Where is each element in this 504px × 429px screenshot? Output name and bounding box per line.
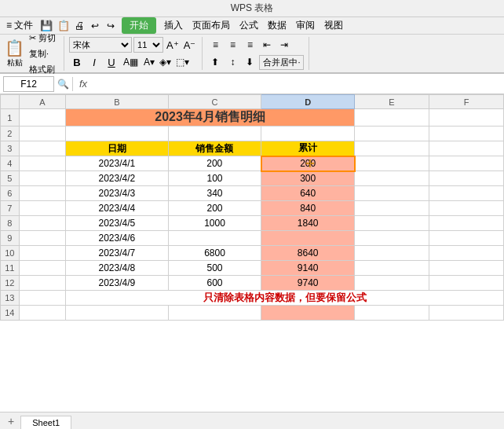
row-num-14[interactable]: 14 — [1, 306, 20, 321]
menu-data[interactable]: 数据 — [263, 17, 291, 34]
col-header-b[interactable]: B — [66, 95, 169, 109]
cell-d3[interactable]: 累计 — [261, 141, 355, 156]
col-header-e[interactable]: E — [355, 95, 429, 109]
cell-c8[interactable]: 1000 — [168, 216, 261, 231]
cell-c9[interactable] — [168, 231, 261, 246]
cell-c5[interactable]: 100 — [168, 171, 261, 186]
row-num-1[interactable]: 1 — [1, 109, 20, 126]
sheet-tab-add[interactable]: + — [3, 413, 19, 429]
indent-decrease-icon[interactable]: ⇤ — [259, 37, 275, 53]
menu-insert[interactable]: 插入 — [159, 17, 188, 34]
cell-e7[interactable] — [355, 201, 429, 216]
cell-b8[interactable]: 2023/4/5 — [66, 216, 169, 231]
align-right-icon[interactable]: ≡ — [242, 37, 257, 53]
row-num-4[interactable]: 4 — [1, 156, 20, 171]
cell-d10[interactable]: 8640 — [261, 246, 355, 261]
cell-f5[interactable] — [429, 171, 504, 186]
cell-b13[interactable]: 只清除表格内容数据，但要保留公式 — [66, 291, 504, 306]
cell-b6[interactable]: 2023/4/3 — [66, 186, 169, 201]
cell-b10[interactable]: 2023/4/7 — [66, 246, 169, 261]
cell-e10[interactable] — [355, 246, 429, 261]
cell-d6[interactable]: 640 — [261, 186, 355, 201]
font-border-icon[interactable]: A▦ — [121, 56, 141, 68]
cell-c3[interactable]: 销售金额 — [168, 141, 261, 156]
cell-d2[interactable] — [261, 126, 355, 141]
sheet-tab-1[interactable]: Sheet1 — [20, 416, 71, 429]
border-icon[interactable]: ⬚▾ — [174, 57, 191, 68]
cell-c4[interactable]: 200 — [168, 156, 261, 171]
cell-b7[interactable]: 2023/4/4 — [66, 201, 169, 216]
cell-b12[interactable]: 2023/4/9 — [66, 276, 169, 291]
menu-view[interactable]: 视图 — [320, 17, 348, 34]
cell-b3[interactable]: 日期 — [66, 141, 169, 156]
cell-d12[interactable]: 9740 — [261, 276, 355, 291]
toolbar-print[interactable]: 🖨 — [72, 18, 87, 33]
paste-label[interactable]: 粘贴 — [7, 57, 23, 68]
cell-e4[interactable] — [355, 156, 429, 171]
cell-c6[interactable]: 340 — [168, 186, 261, 201]
cell-b9[interactable]: 2023/4/6 — [66, 231, 169, 246]
cell-a2[interactable] — [19, 126, 65, 141]
cell-f4[interactable] — [429, 156, 504, 171]
menu-review[interactable]: 审阅 — [291, 17, 320, 34]
cell-a9[interactable] — [19, 231, 65, 246]
merge-center-button[interactable]: 合并居中· — [259, 55, 304, 70]
valign-bot-icon[interactable]: ⬇ — [242, 54, 257, 70]
cell-e12[interactable] — [355, 276, 429, 291]
cell-f6[interactable] — [429, 186, 504, 201]
align-center-icon[interactable]: ≡ — [225, 37, 240, 53]
indent-increase-icon[interactable]: ⇥ — [276, 37, 292, 53]
cell-c7[interactable]: 200 — [168, 201, 261, 216]
cell-e2[interactable] — [355, 126, 429, 141]
start-btn[interactable]: 开始 — [122, 17, 156, 34]
cell-f9[interactable] — [429, 231, 504, 246]
cell-f1[interactable] — [429, 109, 504, 126]
toolbar-redo[interactable]: ↪ — [103, 19, 119, 33]
cell-d5[interactable]: 300 — [261, 171, 355, 186]
cell-f12[interactable] — [429, 276, 504, 291]
cell-a3[interactable] — [19, 141, 65, 156]
cell-f14[interactable] — [429, 306, 504, 321]
cell-e8[interactable] — [355, 216, 429, 231]
cell-f11[interactable] — [429, 261, 504, 276]
font-name-select[interactable]: 宋体 — [69, 37, 132, 53]
cell-c11[interactable]: 500 — [168, 261, 261, 276]
cell-f10[interactable] — [429, 246, 504, 261]
row-num-9[interactable]: 9 — [1, 231, 20, 246]
cell-d7[interactable]: 840 — [261, 201, 355, 216]
row-num-6[interactable]: 6 — [1, 186, 20, 201]
italic-button[interactable]: I — [86, 54, 102, 70]
cell-e6[interactable] — [355, 186, 429, 201]
cell-b2[interactable] — [66, 126, 169, 141]
col-header-d[interactable]: D — [261, 95, 355, 109]
cell-f8[interactable] — [429, 216, 504, 231]
row-num-7[interactable]: 7 — [1, 201, 20, 216]
cell-d8[interactable]: 1840 — [261, 216, 355, 231]
underline-button[interactable]: U — [104, 54, 119, 70]
align-left-icon[interactable]: ≡ — [207, 37, 223, 53]
cell-a10[interactable] — [19, 246, 65, 261]
cell-c14[interactable] — [168, 306, 261, 321]
cell-a13[interactable] — [19, 291, 65, 306]
cell-e9[interactable] — [355, 231, 429, 246]
cell-a1[interactable] — [19, 109, 65, 126]
row-num-8[interactable]: 8 — [1, 216, 20, 231]
cell-reference[interactable] — [3, 76, 54, 92]
formula-input[interactable] — [93, 76, 501, 92]
font-grow-icon[interactable]: A⁺ — [165, 39, 181, 51]
menu-formula[interactable]: 公式 — [235, 17, 263, 34]
cell-e14[interactable] — [355, 306, 429, 321]
valign-top-icon[interactable]: ⬆ — [207, 54, 223, 70]
cell-b11[interactable]: 2023/4/8 — [66, 261, 169, 276]
valign-mid-icon[interactable]: ↕ — [225, 54, 240, 70]
cell-e1[interactable] — [355, 109, 429, 126]
cell-e11[interactable] — [355, 261, 429, 276]
cell-a14[interactable] — [19, 306, 65, 321]
bold-button[interactable]: B — [69, 54, 85, 70]
row-num-3[interactable]: 3 — [1, 141, 20, 156]
font-shrink-icon[interactable]: A⁻ — [182, 39, 198, 51]
font-size-select[interactable]: 11 — [133, 37, 163, 53]
cell-b14[interactable] — [66, 306, 169, 321]
cell-f3[interactable] — [429, 141, 504, 156]
cell-a4[interactable] — [19, 156, 65, 171]
